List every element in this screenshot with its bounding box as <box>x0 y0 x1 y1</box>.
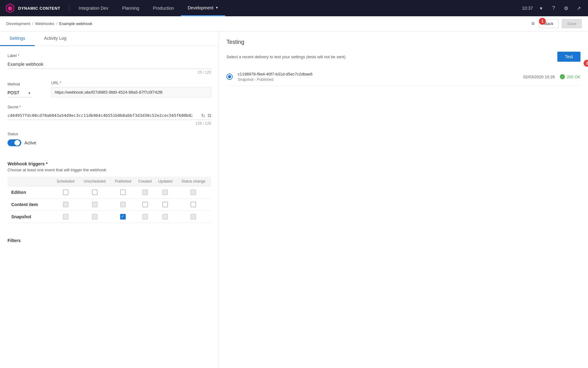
status-toggle[interactable] <box>8 139 21 146</box>
cell-content-scheduled <box>53 199 79 211</box>
testing-desc: Select a recent delivery to test your se… <box>226 54 346 59</box>
nav-divider <box>69 3 69 13</box>
settings-icon[interactable]: ⚙ <box>562 4 570 13</box>
col-header-status-change: Status change <box>176 177 211 186</box>
save-button[interactable]: Save <box>562 19 582 28</box>
cell-snapshot-created <box>135 211 155 223</box>
checkbox-snapshot-status-change <box>190 214 196 220</box>
nav-time: 10:37 <box>522 6 533 11</box>
tabs: Settings Activity Log <box>0 31 219 46</box>
checkbox-snapshot-scheduled <box>63 214 68 220</box>
right-panel: Testing Select a recent delivery to test… <box>219 31 588 368</box>
delivery-item[interactable]: c1198978-f9a4-40f7-b31d-d5ec7c2dbae6 Sna… <box>226 68 580 86</box>
cell-snapshot-scheduled <box>53 211 79 223</box>
checkbox-content-published <box>120 202 126 207</box>
label-field-label: Label * <box>8 54 211 58</box>
secret-row: ↻ ⧉ <box>8 111 211 120</box>
breadcrumb-bar: Development / Webhooks / Example webhook… <box>0 16 588 31</box>
method-url-row: Method GET POST PUT PATCH DELETE ▼ URL * <box>8 81 211 97</box>
url-input[interactable] <box>51 87 211 97</box>
col-header-published: Published <box>111 177 135 186</box>
checkbox-edition-published[interactable] <box>120 189 126 195</box>
status-section: Status Active <box>8 132 211 146</box>
cell-edition-created <box>135 186 155 199</box>
radio-inner <box>228 75 231 78</box>
form-content: Label * 15 / 120 Method GET POST PUT PAT… <box>0 46 219 161</box>
toggle-track <box>8 139 21 146</box>
delivery-radio[interactable] <box>226 74 233 80</box>
cell-edition-unscheduled <box>79 186 111 199</box>
logo-area: DYNAMIC CONTENT <box>5 3 60 13</box>
method-label: Method <box>8 82 45 86</box>
copy-secret-icon[interactable]: ⧉ <box>208 113 211 119</box>
breadcrumb-webhooks[interactable]: Webhooks <box>35 21 54 26</box>
filter-lines-icon[interactable]: ≡ <box>530 19 536 28</box>
label-char-count: 15 / 120 <box>8 70 211 75</box>
cell-snapshot-unscheduled <box>79 211 111 223</box>
triggers-table-header: Scheduled Unscheduled Published Created … <box>8 177 211 186</box>
checkbox-edition-updated <box>162 189 168 195</box>
col-header-created: Created <box>135 177 155 186</box>
status-text: 200 OK <box>567 75 580 79</box>
help-icon[interactable]: ? <box>549 4 558 13</box>
cell-snapshot-published <box>111 211 135 223</box>
secret-group: Secret * ↻ ⧉ 128 / 128 <box>8 105 211 126</box>
secret-char-count: 128 / 128 <box>8 121 211 126</box>
cell-edition-published <box>111 186 135 199</box>
nav-item-planning[interactable]: Planning <box>115 0 146 16</box>
cell-snapshot-status-change <box>176 211 211 223</box>
triggers-title: Webhook triggers * <box>8 161 211 166</box>
nav-items: Integration Dev Planning Production Deve… <box>72 0 522 16</box>
secret-icons: ↻ ⧉ <box>201 113 211 119</box>
cell-content-status-change <box>176 199 211 211</box>
logo-text: DYNAMIC CONTENT <box>18 6 60 11</box>
cell-content-created <box>135 199 155 211</box>
checkbox-content-updated[interactable] <box>162 202 168 207</box>
cell-edition-status-change <box>176 186 211 199</box>
checkbox-edition-status-change <box>190 189 196 195</box>
delivery-type: Snapshot - Published <box>238 77 518 82</box>
checkbox-edition-created <box>142 189 148 195</box>
label-input[interactable] <box>8 60 211 69</box>
col-header-name <box>8 177 53 186</box>
tab-activity-log[interactable]: Activity Log <box>35 31 76 46</box>
url-group: URL * <box>51 81 211 97</box>
logo-icon <box>5 3 15 13</box>
test-button[interactable]: Test <box>557 52 580 62</box>
toggle-thumb <box>14 140 20 146</box>
col-header-scheduled: Scheduled <box>53 177 79 186</box>
row-name-snapshot: Snapshot <box>8 211 53 223</box>
secret-input[interactable] <box>8 111 211 120</box>
checkbox-content-created[interactable] <box>142 202 148 207</box>
delivery-status: 200 OK <box>560 74 580 79</box>
webhook-triggers-section: Webhook triggers * Choose at least one e… <box>0 161 219 223</box>
checkbox-snapshot-created <box>142 214 148 220</box>
breadcrumb-development[interactable]: Development <box>6 21 30 26</box>
checkbox-edition-scheduled[interactable] <box>63 189 68 195</box>
logout-icon[interactable]: ↗ <box>574 4 583 13</box>
tab-settings[interactable]: Settings <box>0 31 35 46</box>
col-header-updated: Updated <box>155 177 176 186</box>
method-select[interactable]: GET POST PUT PATCH DELETE <box>8 88 32 97</box>
triggers-subtitle: Choose at least one event that will trig… <box>8 168 211 172</box>
triggers-table: Scheduled Unscheduled Published Created … <box>8 177 211 223</box>
checkbox-snapshot-published[interactable] <box>120 214 126 220</box>
breadcrumb-current: Example webhook <box>59 21 92 26</box>
nav-item-integration-dev[interactable]: Integration Dev <box>72 0 115 16</box>
method-select-wrapper: GET POST PUT PATCH DELETE ▼ <box>8 88 32 97</box>
nav-item-development[interactable]: Development ▼ <box>181 0 225 16</box>
filters-title: Filters <box>8 238 211 243</box>
test-button-wrapper: Test 2 <box>557 52 580 62</box>
checkbox-snapshot-updated <box>162 214 168 220</box>
nav-item-production[interactable]: Production <box>146 0 181 16</box>
checkbox-content-status-change[interactable] <box>190 202 196 207</box>
checkbox-edition-unscheduled[interactable] <box>92 189 98 195</box>
refresh-secret-icon[interactable]: ↻ <box>201 113 205 119</box>
cell-snapshot-updated <box>155 211 176 223</box>
filters-section: Filters <box>0 231 219 252</box>
delivery-date: 02/03/2020 10:26 <box>523 75 555 79</box>
time-dropdown-icon[interactable]: ▾ <box>537 4 545 13</box>
method-group: Method GET POST PUT PATCH DELETE ▼ <box>8 82 45 97</box>
secret-label: Secret * <box>8 105 211 109</box>
table-row-content-item: Content item <box>8 199 211 211</box>
